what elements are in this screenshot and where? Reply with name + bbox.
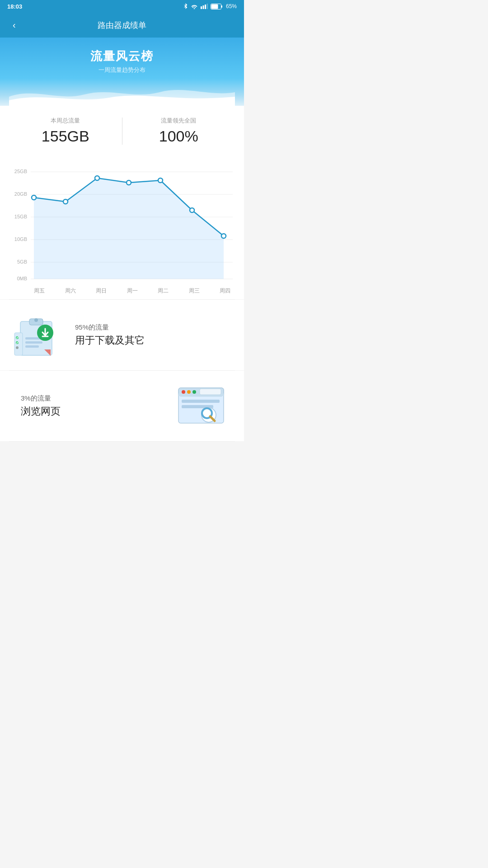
- download-percentage: 95%的流量: [75, 323, 223, 332]
- bluetooth-icon: [183, 3, 188, 9]
- svg-rect-0: [201, 6, 202, 9]
- feature-card-browse: 3%的流量 浏览网页: [0, 371, 244, 441]
- status-time: 18:03: [7, 3, 22, 10]
- svg-rect-5: [221, 5, 222, 8]
- wifi-icon: [191, 4, 198, 9]
- svg-point-43: [192, 390, 196, 394]
- svg-point-24: [190, 208, 194, 212]
- svg-text:20GB: 20GB: [14, 191, 27, 197]
- svg-rect-6: [211, 4, 218, 9]
- svg-rect-44: [200, 389, 221, 395]
- status-icons: 65%: [183, 3, 237, 9]
- x-label-tue: 周二: [158, 287, 169, 295]
- svg-point-25: [221, 234, 226, 238]
- x-label-sat: 周六: [65, 287, 76, 295]
- svg-text:5GB: 5GB: [17, 259, 27, 264]
- chart-wrap: 25GB 20GB 15GB 10GB 5GB 0MB: [9, 165, 235, 284]
- svg-rect-32: [14, 333, 23, 355]
- hero-banner: 流量风云榜 一周流量趋势分布: [0, 38, 244, 106]
- weekly-traffic-stat: 本周总流量 155GB: [14, 117, 117, 145]
- rank-stat: 流量领先全国 100%: [127, 117, 231, 145]
- status-bar: 18:03 65%: [0, 0, 244, 13]
- page-header: ‹ 路由器成绩单: [0, 13, 244, 38]
- svg-point-22: [127, 180, 131, 185]
- svg-point-41: [182, 390, 185, 394]
- wave-container: [9, 83, 235, 106]
- hero-subtitle: 一周流量趋势分布: [9, 66, 235, 74]
- feature-card-download: 95%的流量 用于下载及其它: [0, 300, 244, 370]
- svg-point-23: [158, 178, 163, 183]
- svg-rect-2: [205, 5, 206, 9]
- svg-point-20: [63, 199, 68, 204]
- stats-row: 本周总流量 155GB 流量领先全国 100%: [0, 106, 244, 156]
- rank-value: 100%: [127, 127, 231, 145]
- svg-rect-1: [202, 5, 204, 9]
- browser-illustration: [176, 383, 230, 429]
- weekly-value: 155GB: [14, 127, 117, 145]
- traffic-chart: 25GB 20GB 15GB 10GB 5GB 0MB: [9, 165, 235, 283]
- stat-divider: [122, 118, 122, 145]
- svg-point-21: [95, 176, 99, 180]
- weekly-label: 本周总流量: [14, 117, 117, 125]
- browse-percentage: 3%的流量: [21, 394, 169, 403]
- svg-point-19: [32, 195, 36, 200]
- svg-text:0MB: 0MB: [17, 276, 27, 281]
- page-title: 路由器成绩单: [98, 20, 146, 31]
- feature-text-download: 95%的流量 用于下载及其它: [68, 323, 230, 347]
- svg-rect-45: [182, 400, 220, 403]
- x-axis: 周五 周六 周日 周一 周二 周三 周四: [9, 284, 235, 295]
- svg-text:25GB: 25GB: [14, 169, 27, 174]
- svg-point-28: [34, 318, 38, 322]
- x-label-wed: 周三: [189, 287, 200, 295]
- back-button[interactable]: ‹: [9, 18, 19, 32]
- chart-container: 25GB 20GB 15GB 10GB 5GB 0MB: [0, 156, 244, 299]
- section-divider-3: [9, 441, 235, 442]
- wave-svg: [9, 83, 235, 106]
- svg-rect-30: [25, 341, 42, 344]
- battery-icon: [211, 4, 223, 9]
- download-desc: 用于下载及其它: [75, 334, 223, 347]
- browse-desc: 浏览网页: [21, 405, 169, 418]
- rank-label: 流量领先全国: [127, 117, 231, 125]
- svg-point-42: [187, 390, 191, 394]
- x-label-fri: 周五: [34, 287, 45, 295]
- download-illustration: [14, 312, 68, 358]
- svg-rect-3: [206, 4, 208, 9]
- x-label-sun: 周日: [96, 287, 107, 295]
- battery-percent: 65%: [226, 3, 237, 9]
- x-label-mon: 周一: [127, 287, 138, 295]
- x-label-thu: 周四: [220, 287, 230, 295]
- hero-title: 流量风云榜: [9, 48, 235, 64]
- svg-text:10GB: 10GB: [14, 236, 27, 242]
- svg-point-35: [16, 346, 19, 349]
- feature-text-browse: 3%的流量 浏览网页: [14, 394, 176, 418]
- svg-text:15GB: 15GB: [14, 214, 27, 219]
- svg-rect-31: [25, 345, 39, 348]
- signal-icon: [201, 4, 208, 9]
